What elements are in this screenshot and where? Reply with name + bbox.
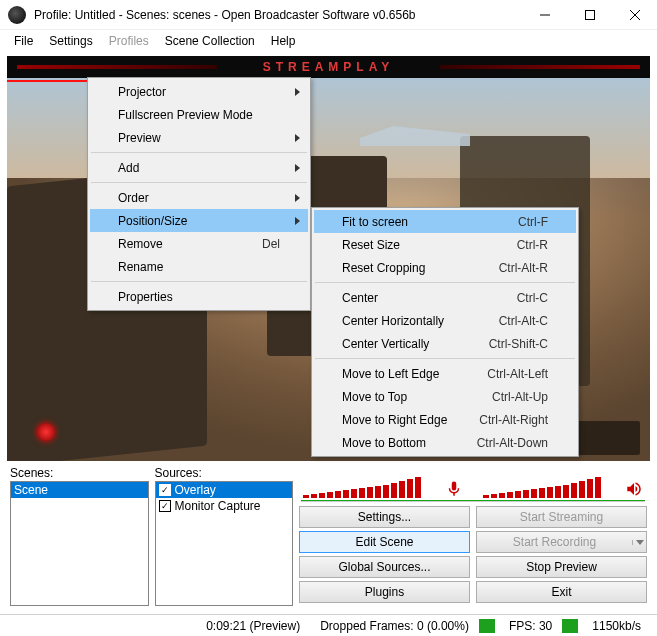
- source-item[interactable]: ✓Overlay: [156, 482, 293, 498]
- exit-button[interactable]: Exit: [476, 581, 647, 603]
- menu-item[interactable]: Move to Left EdgeCtrl-Alt-Left: [314, 362, 576, 385]
- edit-scene-button[interactable]: Edit Scene: [299, 531, 470, 553]
- menu-item[interactable]: Move to Right EdgeCtrl-Alt-Right: [314, 408, 576, 431]
- menu-item[interactable]: Position/Size: [90, 209, 308, 232]
- menu-separator: [91, 182, 307, 183]
- menu-item[interactable]: Properties: [90, 285, 308, 308]
- submenu-arrow-icon: [295, 88, 300, 96]
- global-sources-button[interactable]: Global Sources...: [299, 556, 470, 578]
- menu-item-label: Fit to screen: [342, 215, 488, 229]
- menu-item-accel: Ctrl-Alt-R: [499, 261, 548, 275]
- menu-item-label: Move to Right Edge: [342, 413, 449, 427]
- titlebar: Profile: Untitled - Scenes: scenes - Ope…: [0, 0, 657, 30]
- menu-item[interactable]: Move to TopCtrl-Alt-Up: [314, 385, 576, 408]
- menu-item[interactable]: Projector: [90, 80, 308, 103]
- menu-item-label: Order: [118, 191, 280, 205]
- menu-item-accel: Ctrl-Shift-C: [489, 337, 548, 351]
- menu-item[interactable]: Rename: [90, 255, 308, 278]
- microphone-icon[interactable]: [445, 480, 463, 498]
- sources-panel: Sources: ✓Overlay ✓Monitor Capture: [155, 466, 294, 606]
- menu-item-label: Add: [118, 161, 280, 175]
- menu-item[interactable]: Center VerticallyCtrl-Shift-C: [314, 332, 576, 355]
- settings-button[interactable]: Settings...: [299, 506, 470, 528]
- menu-item-label: Reset Size: [342, 238, 487, 252]
- scenes-list[interactable]: Scene: [10, 481, 149, 606]
- sources-list[interactable]: ✓Overlay ✓Monitor Capture: [155, 481, 294, 606]
- menu-item[interactable]: CenterCtrl-C: [314, 286, 576, 309]
- start-recording-dropdown[interactable]: [632, 540, 646, 545]
- menu-item[interactable]: RemoveDel: [90, 232, 308, 255]
- menu-settings[interactable]: Settings: [41, 32, 100, 50]
- submenu-arrow-icon: [295, 217, 300, 225]
- hud-indicator-icon: [37, 423, 55, 441]
- menu-item-accel: Ctrl-R: [517, 238, 548, 252]
- start-recording-button[interactable]: Start Recording: [476, 531, 647, 553]
- submenu-arrow-icon: [295, 164, 300, 172]
- menu-item[interactable]: Reset CroppingCtrl-Alt-R: [314, 256, 576, 279]
- menu-help[interactable]: Help: [263, 32, 304, 50]
- menu-item-accel: Ctrl-Alt-Down: [477, 436, 548, 450]
- scenes-panel: Scenes: Scene: [10, 466, 149, 606]
- menu-item[interactable]: Center HorizontallyCtrl-Alt-C: [314, 309, 576, 332]
- status-dropped: Dropped Frames: 0 (0.00%): [310, 619, 479, 633]
- menu-item[interactable]: Reset SizeCtrl-R: [314, 233, 576, 256]
- audio-meters: [299, 466, 647, 500]
- status-time: 0:09:21 (Preview): [196, 619, 310, 633]
- menu-item-accel: Ctrl-Alt-Up: [492, 390, 548, 404]
- ship-graphic: [360, 126, 470, 146]
- menu-item-label: Center Vertically: [342, 337, 459, 351]
- status-bitrate: 1150kb/s: [582, 619, 651, 633]
- overlay-top-bar: STREAMPLAY: [7, 56, 650, 78]
- menu-item[interactable]: Fullscreen Preview Mode: [90, 103, 308, 126]
- source-item[interactable]: ✓Monitor Capture: [156, 498, 293, 514]
- start-streaming-button[interactable]: Start Streaming: [476, 506, 647, 528]
- menu-item-label: Center: [342, 291, 487, 305]
- selection-outline: [7, 80, 94, 82]
- menu-item-label: Position/Size: [118, 214, 280, 228]
- status-bar: 0:09:21 (Preview) Dropped Frames: 0 (0.0…: [0, 614, 657, 636]
- status-indicator-icon: [562, 619, 578, 633]
- submenu-arrow-icon: [295, 134, 300, 142]
- menu-file[interactable]: File: [6, 32, 41, 50]
- menu-item-label: Preview: [118, 131, 280, 145]
- speaker-icon[interactable]: [625, 480, 643, 498]
- menu-item-label: Rename: [118, 260, 280, 274]
- menu-item-accel: Ctrl-Alt-C: [499, 314, 548, 328]
- menu-item-accel: Ctrl-Alt-Left: [487, 367, 548, 381]
- menu-item-label: Move to Left Edge: [342, 367, 457, 381]
- menu-item-accel: Ctrl-C: [517, 291, 548, 305]
- minimize-button[interactable]: [522, 0, 567, 30]
- stop-preview-button[interactable]: Stop Preview: [476, 556, 647, 578]
- menu-item-accel: Del: [262, 237, 280, 251]
- mic-meter: [303, 477, 421, 498]
- submenu-arrow-icon: [295, 194, 300, 202]
- menu-item[interactable]: Preview: [90, 126, 308, 149]
- menu-item[interactable]: Add: [90, 156, 308, 179]
- menu-separator: [91, 281, 307, 282]
- scene-item[interactable]: Scene: [11, 482, 148, 498]
- overlay-brand: STREAMPLAY: [263, 60, 395, 74]
- menu-profiles[interactable]: Profiles: [101, 32, 157, 50]
- svg-rect-1: [585, 10, 594, 19]
- menu-item-label: Projector: [118, 85, 280, 99]
- close-button[interactable]: [612, 0, 657, 30]
- menu-item-label: Remove: [118, 237, 232, 251]
- scenes-label: Scenes:: [10, 466, 149, 480]
- menu-item[interactable]: Move to BottomCtrl-Alt-Down: [314, 431, 576, 454]
- menu-item[interactable]: Fit to screenCtrl-F: [314, 210, 576, 233]
- menu-item-accel: Ctrl-F: [518, 215, 548, 229]
- menu-item-label: Reset Cropping: [342, 261, 469, 275]
- menu-item-label: Fullscreen Preview Mode: [118, 108, 280, 122]
- position-size-submenu: Fit to screenCtrl-FReset SizeCtrl-RReset…: [311, 207, 579, 457]
- menu-item-label: Center Horizontally: [342, 314, 469, 328]
- menubar: File Settings Profiles Scene Collection …: [0, 30, 657, 52]
- sources-label: Sources:: [155, 466, 294, 480]
- checkbox-icon[interactable]: ✓: [159, 484, 171, 496]
- plugins-button[interactable]: Plugins: [299, 581, 470, 603]
- menu-item[interactable]: Order: [90, 186, 308, 209]
- menu-scene-collection[interactable]: Scene Collection: [157, 32, 263, 50]
- checkbox-icon[interactable]: ✓: [159, 500, 171, 512]
- app-logo-icon: [8, 6, 26, 24]
- maximize-button[interactable]: [567, 0, 612, 30]
- menu-item-label: Properties: [118, 290, 280, 304]
